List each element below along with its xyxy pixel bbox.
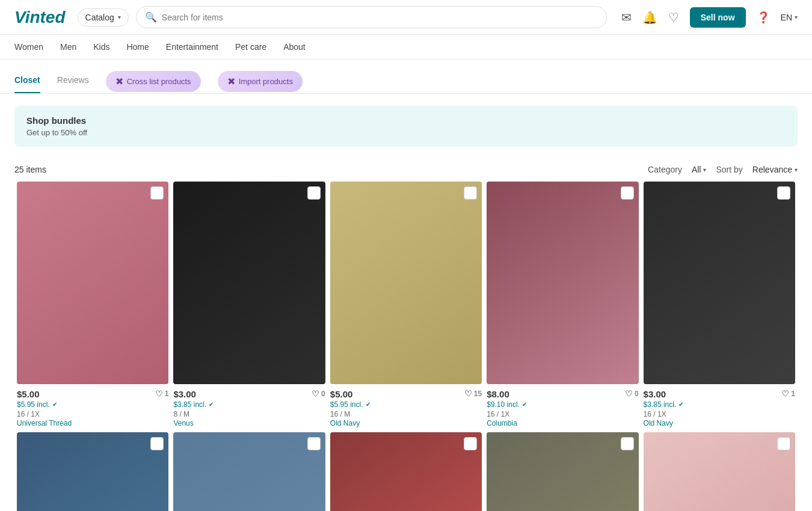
product-checkbox[interactable] — [307, 437, 321, 450]
header-actions: ✉ 🔔 ♡ Sell now ❓ EN ▾ — [621, 7, 798, 28]
favorites-icon[interactable]: ♡ — [668, 10, 679, 25]
sell-button[interactable]: Sell now — [690, 7, 746, 28]
nav-item-women[interactable]: Women — [14, 42, 43, 52]
price-incl: $5.95 incl. ✔ — [330, 400, 482, 409]
product-price: $5.00 ♡ 15 — [330, 389, 482, 399]
nav-item-home[interactable]: Home — [126, 42, 149, 52]
language-chevron-icon: ▾ — [795, 14, 798, 20]
tab-reviews[interactable]: Reviews — [57, 69, 89, 93]
product-card[interactable]: $5.00 ♡ 15 $5.95 incl. ✔ 16 / M Old Navy — [328, 182, 484, 427]
price-incl-value: $3.85 incl. — [173, 400, 206, 409]
logo[interactable]: Vinted — [14, 8, 66, 27]
product-image-wrap — [330, 182, 482, 384]
verified-icon: ✔ — [366, 401, 371, 408]
like-button[interactable]: ♡ 0 — [312, 389, 325, 399]
like-button[interactable]: ♡ 1 — [155, 389, 169, 399]
price-value: $3.00 — [644, 389, 666, 399]
product-checkbox[interactable] — [777, 437, 790, 450]
verified-icon: ✔ — [522, 401, 527, 408]
product-image-wrap — [644, 182, 795, 384]
crosslist-label: Cross list products — [127, 77, 191, 86]
product-image-wrap — [17, 182, 168, 384]
help-icon[interactable]: ❓ — [757, 11, 770, 24]
tabs-area: Closet Reviews ✖ Cross list products ✖ I… — [0, 60, 812, 94]
product-image — [173, 182, 325, 384]
nav-item-kids[interactable]: Kids — [93, 42, 109, 52]
like-button[interactable]: ♡ 1 — [781, 389, 795, 399]
heart-icon: ♡ — [464, 389, 472, 399]
heart-icon: ♡ — [155, 389, 163, 399]
nav-item-men[interactable]: Men — [60, 42, 76, 52]
like-count: 0 — [635, 390, 639, 398]
price-incl-value: $3.85 incl. — [644, 400, 677, 409]
nav-item-entertainment[interactable]: Entertainment — [166, 42, 218, 52]
product-brand: Universal Thread — [17, 419, 168, 427]
product-image — [644, 182, 795, 384]
heart-icon: ♡ — [625, 389, 633, 399]
language-selector[interactable]: EN ▾ — [781, 13, 798, 22]
messages-icon[interactable]: ✉ — [621, 10, 632, 25]
product-size: 16 / M — [330, 410, 482, 418]
product-card[interactable]: $3.00 ♡ 0 $3.85 incl. ✔ 8 / M Venus — [171, 182, 327, 427]
price-value: $8.00 — [487, 389, 509, 399]
catalog-label: Catalog — [85, 13, 114, 22]
product-checkbox[interactable] — [777, 186, 790, 200]
notifications-icon[interactable]: 🔔 — [642, 10, 657, 25]
product-checkbox[interactable] — [150, 186, 164, 200]
like-count: 0 — [321, 390, 325, 398]
nav-item-petcare[interactable]: Pet care — [235, 42, 266, 52]
price-incl-value: $5.95 incl. — [330, 400, 363, 409]
category-dropdown[interactable]: All ▾ — [692, 165, 707, 174]
sort-label: Sort by — [716, 165, 742, 174]
product-card[interactable]: $6.00 ♡ 2 $6.95 incl. ✔ M / L — [171, 432, 327, 511]
like-count: 1 — [791, 390, 795, 398]
product-image-wrap — [644, 432, 795, 511]
category-value: All — [692, 165, 701, 174]
bundle-subtitle: Get up to 50% off — [26, 128, 786, 137]
catalog-dropdown[interactable]: Catalog ▾ — [78, 8, 129, 26]
import-button[interactable]: ✖ Import products — [218, 71, 303, 92]
crosslist-button[interactable]: ✖ Cross list products — [106, 71, 201, 92]
product-image-wrap — [173, 432, 325, 511]
product-size: 16 / 1X — [17, 410, 168, 418]
product-price: $5.00 ♡ 1 — [17, 389, 168, 399]
product-image — [644, 432, 795, 511]
product-card[interactable]: $5.00 ♡ 0 $5.95 incl. ✔ S / M — [328, 432, 484, 511]
product-image-wrap — [173, 182, 325, 384]
bundle-banner[interactable]: Shop bundles Get up to 50% off — [14, 106, 798, 147]
price-value: $5.00 — [330, 389, 353, 399]
product-checkbox[interactable] — [464, 437, 477, 450]
product-checkbox[interactable] — [621, 437, 634, 450]
product-brand: Columbia — [487, 419, 638, 427]
search-icon: 🔍 — [145, 11, 157, 23]
product-card[interactable]: $4.00 ♡ 0 $4.90 incl. ✔ L / XL — [14, 432, 171, 511]
search-input[interactable] — [162, 13, 598, 22]
product-card[interactable]: $7.00 ♡ 0 $7.95 incl. ✔ M / L Levi's — [484, 432, 641, 511]
nav-item-about[interactable]: About — [283, 42, 306, 52]
like-button[interactable]: ♡ 15 — [464, 389, 482, 399]
product-card[interactable]: $3.00 ♡ 1 $3.85 incl. ✔ 16 / 1X Old Navy — [641, 182, 798, 427]
product-size: 16 / 1X — [487, 410, 638, 418]
product-card[interactable]: $5.00 ♡ 1 $5.95 incl. ✔ 16 / 1X Universa… — [14, 182, 171, 427]
sort-dropdown[interactable]: Relevance ▾ — [752, 165, 798, 174]
tab-closet[interactable]: Closet — [14, 69, 40, 93]
like-button[interactable]: ♡ 0 — [625, 389, 639, 399]
product-image — [330, 182, 482, 384]
like-count: 15 — [474, 390, 482, 398]
product-checkbox[interactable] — [464, 186, 477, 200]
like-count: 1 — [165, 390, 169, 398]
price-value: $5.00 — [17, 389, 40, 399]
product-checkbox[interactable] — [307, 186, 321, 200]
product-card[interactable]: $8.00 ♡ 0 $9.10 incl. ✔ 16 / 1X Columbia — [484, 182, 641, 427]
filters: Category All ▾ Sort by Relevance ▾ — [648, 165, 798, 174]
product-checkbox[interactable] — [150, 437, 164, 450]
category-label: Category — [648, 165, 682, 174]
product-checkbox[interactable] — [621, 186, 634, 200]
product-image — [173, 432, 325, 511]
price-value: $3.00 — [173, 389, 196, 399]
product-image — [17, 432, 168, 511]
product-price: $3.00 ♡ 1 — [644, 389, 795, 399]
product-image-wrap — [17, 432, 168, 511]
product-card[interactable]: $4.00 ♡ 0 $4.90 incl. ✔ S / M — [641, 432, 798, 511]
category-chevron-icon: ▾ — [703, 167, 706, 173]
